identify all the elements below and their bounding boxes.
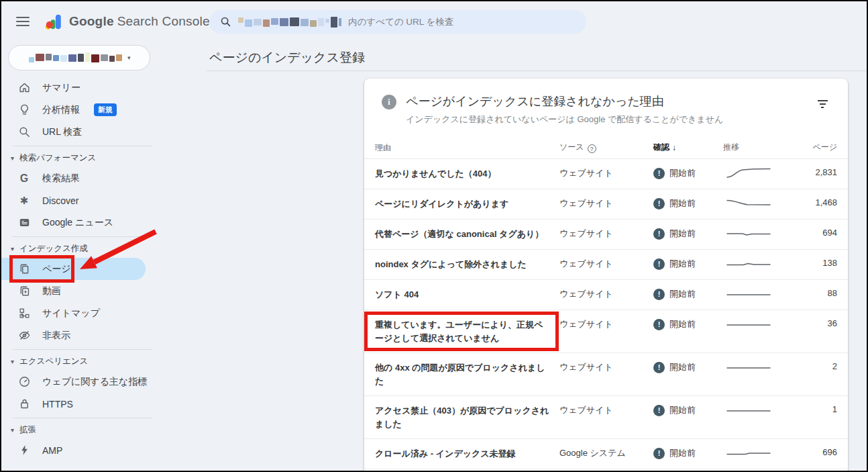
sidebar-section-header[interactable]: ▾検索パフォーマンス [1,149,203,167]
status-label: 開始前 [669,404,696,416]
sidebar-item-bolt[interactable]: AMP [1,439,203,461]
sidebar-item-label: 検索結果 [42,173,80,185]
table-row[interactable]: アクセス禁止（403）が原因でブロックされましたウェブサイト!開始前1 [364,395,848,438]
status-label: 開始前 [669,361,696,373]
sidebar-item-lightbulb[interactable]: 分析情報新規 [1,99,203,121]
table-row[interactable]: 見つかりませんでした（404）ウェブサイト!開始前2,831 [364,159,848,189]
page-title: ページのインデックス登録 [209,49,365,66]
sidebar-item-google-g[interactable]: G検索結果 [1,167,203,189]
section-label: 検索パフォーマンス [19,152,96,164]
main-content: ページのインデックス登録 i ページがインデックスに登録されなかった理由 インデ… [203,42,867,471]
row-reason: 他の 4xx の問題が原因でブロックされました [375,361,559,387]
divider [12,349,152,350]
status-label: 開始前 [669,197,696,209]
url-inspect-search-input[interactable]: 内のすべての URL を検査 [209,10,586,34]
google-search-console-app: GoogleSearch Console 内のすべての URL を検査 ▾ サマ… [1,1,867,471]
table-row[interactable]: 重複しています。ユーザーにより、正規ページとして選択されていませんウェブサイト!… [364,310,848,352]
sidebar-item-label: URL 検査 [42,126,82,138]
table-row[interactable]: noindex タグによって除外されましたウェブサイト!開始前138 [364,249,848,279]
menu-icon[interactable] [16,17,30,26]
divider [12,146,152,146]
row-pages-count: 696 [798,447,837,457]
sidebar-item-asterisk[interactable]: ✱Discover [1,189,203,211]
top-bar: GoogleSearch Console 内のすべての URL を検査 [1,1,867,42]
status-label: 開始前 [669,318,696,330]
row-source: ウェブサイト [559,318,653,330]
sidebar-item-search[interactable]: URL 検査 [1,121,203,143]
sidebar: ▾ サマリー分析情報新規URL 検査▾検索パフォーマンスG検索結果✱Discov… [1,42,203,471]
row-reason: 代替ページ（適切な canonical タグあり） [375,228,559,241]
row-validation-status: !開始前 [653,258,723,270]
row-validation-status: !開始前 [653,228,723,240]
column-header-validation[interactable]: 確認↓ [653,142,723,153]
redacted-domain [238,17,341,28]
sidebar-item-label: サイトマップ [42,308,100,320]
exclamation-icon: ! [653,448,665,459]
row-source: Google システム [559,447,653,459]
table-header-row: 理由 ソース? 確認↓ 推移 ページ [364,136,848,159]
sidebar-item-label: 非表示 [42,330,70,342]
sidebar-item-label: AMP [42,445,62,456]
section-label: 拡張 [19,424,36,436]
help-icon[interactable]: ? [588,144,596,153]
sidebar-section-header[interactable]: ▾インデックス作成 [1,240,203,258]
chevron-down-icon: ▾ [11,245,14,252]
sidebar-item-label: ウェブに関する主な指標 [42,376,147,388]
table-row[interactable]: ページにリダイレクトがありますウェブサイト!開始前1,468 [364,189,848,219]
section-label: インデックス作成 [19,243,88,254]
sidebar-section-header[interactable]: ▾エクスペリエンス [1,352,203,371]
sidebar-item-lock[interactable]: HTTPS [1,393,203,415]
sidebar-item-video[interactable]: 動画 [1,280,203,302]
sidebar-item-label: HTTPS [42,399,73,410]
row-source: ウェブサイト [559,361,653,373]
table-row[interactable]: ソフト 404ウェブサイト!開始前88 [364,279,848,310]
divider [12,236,152,237]
exclamation-icon: ! [653,258,665,270]
divider [207,70,867,71]
table-body: 見つかりませんでした（404）ウェブサイト!開始前2,831ページにリダイレクト… [364,159,848,472]
property-selector[interactable]: ▾ [8,45,150,70]
status-label: 開始前 [669,258,696,270]
sidebar-item-news[interactable]: Google ニュース [1,211,203,234]
row-reason: ソフト 404 [375,288,559,301]
row-pages-count: 2 [798,361,837,371]
exclamation-icon: ! [653,228,665,240]
new-badge: 新規 [94,103,117,116]
table-row[interactable]: 他の 4xx の問題が原因でブロックされましたウェブサイト!開始前2 [364,352,848,395]
column-header-source: ソース? [559,142,653,154]
row-pages-count: 138 [798,258,837,268]
row-trend-sparkline [723,318,798,332]
table-row[interactable]: 重複しています。Google により、ユーザーがマークしたページとは異なるページ… [364,469,848,472]
filter-icon[interactable] [814,96,830,112]
sidebar-item-eye-off[interactable]: 非表示 [1,324,203,346]
row-pages-count: 88 [798,288,837,298]
row-source: ウェブサイト [559,404,653,416]
row-trend-sparkline [723,361,798,375]
row-trend-sparkline [723,447,798,461]
card-title: ページがインデックスに登録されなかった理由 [406,93,814,109]
card-subtitle: インデックスに登録されていないページは Google で配信することができません [406,113,814,126]
search-icon [220,16,231,28]
sitemap-icon [17,307,31,320]
table-row[interactable]: クロール済み - インデックス未登録Google システム!開始前696 [364,438,848,469]
news-icon [17,216,31,230]
table-row[interactable]: 代替ページ（適切な canonical タグあり）ウェブサイト!開始前694 [364,219,848,249]
sidebar-item-sitemap[interactable]: サイトマップ [1,302,203,324]
row-source: ウェブサイト [559,258,653,270]
row-validation-status: !開始前 [653,197,723,209]
app-title: GoogleSearch Console [69,14,210,29]
sidebar-item-home[interactable]: サマリー [1,77,203,99]
row-trend-sparkline [723,167,798,181]
exclamation-icon: ! [653,362,665,373]
sidebar-item-pages[interactable]: ページ [1,258,146,280]
video-icon [17,285,31,298]
row-validation-status: !開始前 [653,318,723,330]
row-validation-status: !開始前 [653,404,723,416]
sidebar-item-speedometer[interactable]: ウェブに関する主な指標 [1,371,203,393]
row-reason: アクセス禁止（403）が原因でブロックされました [375,404,559,430]
sidebar-section-header[interactable]: ▾拡張 [1,421,203,439]
sidebar-nav: サマリー分析情報新規URL 検査▾検索パフォーマンスG検索結果✱Discover… [1,77,203,461]
sidebar-item-label: ページ [42,263,71,275]
section-label: エクスペリエンス [19,356,88,367]
search-icon [17,126,31,139]
